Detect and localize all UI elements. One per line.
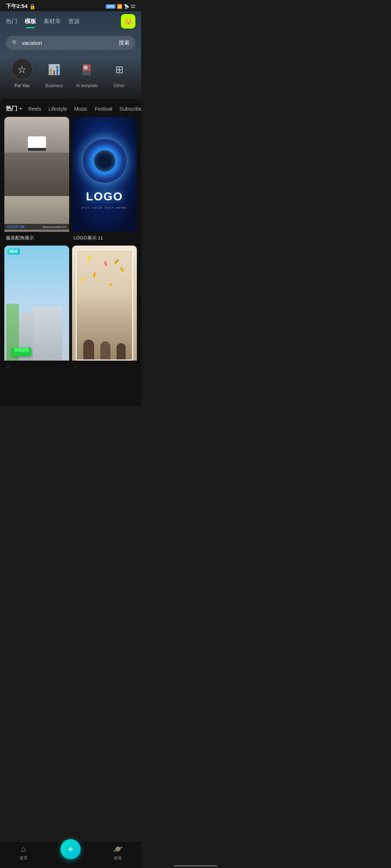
nav-tab-template[interactable]: 模板 (25, 16, 36, 27)
filter-dropdown-label: 热门 (6, 105, 17, 112)
nav-tabs: 热门 模板 素材库 资源 (6, 16, 80, 27)
expand-arrow-icon (67, 96, 74, 100)
dropdown-arrow-icon: ▼ (19, 107, 22, 111)
filter-tag-festival[interactable]: Festival (95, 106, 112, 112)
other-icon-wrap: ⊞ (108, 59, 130, 80)
filter-tag-subscribe[interactable]: Subscribe (119, 106, 141, 112)
filter-dropdown[interactable]: 热门 ▼ (6, 105, 22, 112)
star-icon: ☆ (17, 64, 26, 76)
cards-grid: #EXPLORING FOCUS ON @www.yourweb.com 服装配… (0, 117, 141, 370)
other-icon: ⊞ (115, 64, 123, 76)
filter-row: 热门 ▼ Reels Lifestyle Music Festival Subs… (0, 99, 141, 117)
for-you-icon-wrap: ☆ (11, 59, 33, 80)
status-time: 下午2:54 🔒 (6, 3, 35, 10)
business-icon: 📊 (48, 64, 60, 76)
card-clothing-label: 服装配饰展示 (4, 232, 69, 243)
filter-tag-lifestyle[interactable]: Lifestyle (49, 106, 67, 112)
category-row: ☆ For You 📊 Business 🎴 AI template ⊞ Oth… (0, 56, 141, 95)
status-indicators: VPN 📶 📡 32 (106, 4, 135, 9)
card-building[interactable]: NEW ... (4, 246, 69, 370)
card-logo[interactable]: LOGO PUT YOUR TEXT HERE LOGO展示 11 (72, 117, 137, 243)
top-navigation: 热门 模板 素材库 资源 👑 (0, 11, 141, 33)
battery-display: 32 (131, 4, 135, 9)
status-bar: 下午2:54 🔒 VPN 📶 📡 32 (0, 0, 141, 11)
crown-icon: 👑 (124, 17, 133, 26)
card-logo-image: LOGO PUT YOUR TEXT HERE (72, 117, 137, 232)
card-2-visual: LOGO PUT YOUR TEXT HERE (72, 117, 137, 232)
logo-text: LOGO (86, 190, 123, 203)
category-for-you-label: For You (14, 83, 29, 88)
vpn-badge: VPN (106, 4, 115, 9)
ai-template-icon-wrap: 🎴 (76, 59, 98, 80)
nav-tab-material[interactable]: 素材库 (43, 16, 61, 27)
nav-tab-resource[interactable]: 资源 (68, 16, 80, 27)
card-party-image (72, 246, 137, 361)
focus-on-bar: FOCUS ON @www.yourweb.com (4, 224, 69, 230)
crown-button[interactable]: 👑 (121, 14, 135, 29)
search-bar: 🔍 搜索 (6, 36, 135, 50)
main-content: 热门 ▼ Reels Lifestyle Music Festival Subs… (0, 99, 141, 406)
category-business[interactable]: 📊 Business (43, 59, 65, 88)
card-4-visual (72, 246, 137, 361)
card-building-image: NEW (4, 246, 69, 361)
nav-tab-hot[interactable]: 热门 (6, 16, 17, 27)
category-other-label: Other (114, 83, 125, 88)
card-1-visual: #EXPLORING FOCUS ON @www.yourweb.com (4, 117, 69, 232)
category-ai-label: AI template (76, 83, 98, 88)
logo-subtext: PUT YOUR TEXT HERE (82, 206, 127, 209)
status-icon: 🔒 (29, 4, 35, 9)
category-for-you[interactable]: ☆ For You (11, 59, 33, 88)
filter-tag-music[interactable]: Music (74, 106, 88, 112)
business-icon-wrap: 📊 (43, 59, 65, 80)
card-logo-label: LOGO展示 11 (72, 232, 137, 243)
logo-ring-inner (94, 150, 115, 172)
card-1-mid: #EXPLORING (4, 153, 69, 196)
card-party-label: ... (72, 361, 137, 370)
time-display: 下午2:54 (6, 3, 28, 10)
logo-ring (83, 139, 126, 183)
header-area: 热门 模板 素材库 资源 👑 🔍 搜索 ☆ For You 📊 Business (0, 11, 141, 100)
card-1-bot: FOCUS ON @www.yourweb.com (4, 196, 69, 232)
search-input[interactable] (22, 40, 116, 46)
signal-icon: 📶 (117, 4, 122, 9)
category-ai-template[interactable]: 🎴 AI template (76, 59, 98, 88)
card-clothing[interactable]: #EXPLORING FOCUS ON @www.yourweb.com 服装配… (4, 117, 69, 243)
wifi-icon: 📡 (124, 4, 129, 9)
card-building-label: ... (4, 361, 69, 370)
search-button[interactable]: 搜索 (119, 39, 130, 46)
ai-template-icon: 🎴 (80, 64, 93, 76)
card-clothing-image: #EXPLORING FOCUS ON @www.yourweb.com (4, 117, 69, 232)
search-icon: 🔍 (12, 39, 19, 46)
category-other[interactable]: ⊞ Other (108, 59, 130, 88)
card-1-top (4, 117, 69, 153)
card-party[interactable]: ... (72, 246, 137, 370)
filter-tag-reels[interactable]: Reels (28, 106, 41, 112)
category-business-label: Business (46, 83, 63, 88)
confetti-area (77, 250, 132, 359)
new-badge: NEW (7, 248, 20, 255)
card-3-visual: NEW (4, 246, 69, 361)
